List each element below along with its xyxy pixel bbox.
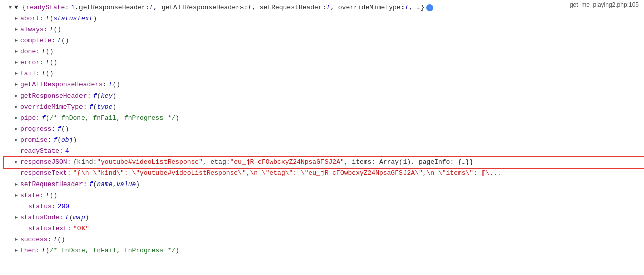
row-getAllResponseHeaders: getAllResponseHeaders: f () [4, 79, 644, 90]
tree-container: ▼ { readyState: 1, getResponseHeader: f,… [0, 0, 644, 256]
root-brace: ▼ { [14, 2, 26, 13]
row-status: status: 200 [4, 201, 644, 212]
error-toggle[interactable] [12, 57, 20, 68]
row-responseJSON: responseJSON: {kind: "youtube#videoListR… [4, 157, 644, 168]
row-error: error: f () [4, 57, 644, 68]
overrideMimeType-toggle[interactable] [12, 102, 20, 113]
pipe-toggle[interactable] [12, 113, 20, 124]
row-promise: promise: f ( obj ) [4, 135, 644, 146]
complete-toggle[interactable] [12, 35, 20, 46]
row-statusText: statusText: "OK" [4, 223, 644, 234]
setRequestHeader-toggle[interactable] [12, 179, 20, 190]
statusCode-toggle[interactable] [12, 212, 20, 223]
row-getResponseHeader: getResponseHeader: f ( key ) [4, 90, 644, 102]
row-always: always: f () [4, 24, 644, 35]
root-prop-readyState: readyState [26, 2, 65, 13]
info-icon[interactable]: i [426, 4, 433, 11]
abort-toggle[interactable] [12, 13, 20, 24]
row-done: done: f () [4, 46, 644, 57]
row-fail: fail: f () [4, 68, 644, 79]
responseJSON-toggle[interactable] [12, 157, 20, 168]
row-abort: abort: f ( statusText ) [4, 13, 644, 24]
row-setRequestHeader: setRequestHeader: f ( name, value ) [4, 179, 644, 190]
console-panel: get_me_playing2.php:105 ▼ { readyState: … [0, 0, 644, 275]
done-toggle[interactable] [12, 46, 20, 57]
row-success: success: f () [4, 234, 644, 245]
row-then: then: f ( /* fnDone, fnFail, fnProgress … [4, 245, 644, 256]
root-toggle[interactable] [6, 2, 14, 13]
row-overrideMimeType: overrideMimeType: f ( type ) [4, 102, 644, 113]
row-statusCode: statusCode: f ( map ) [4, 212, 644, 223]
progress-toggle[interactable] [12, 124, 20, 135]
getResponseHeader-toggle[interactable] [12, 90, 20, 102]
promise-toggle[interactable] [12, 135, 20, 146]
state-toggle[interactable] [12, 190, 20, 201]
always-toggle[interactable] [12, 24, 20, 35]
fail-toggle[interactable] [12, 68, 20, 79]
row-pipe: pipe: f ( /* fnDone, fnFail, fnProgress … [4, 113, 644, 124]
getAllResponseHeaders-toggle[interactable] [12, 79, 20, 90]
success-toggle[interactable] [12, 234, 20, 245]
row-state: state: f () [4, 190, 644, 201]
row-responseText: responseText: "{\n \"kind\": \"youtube#v… [4, 168, 644, 179]
row-progress: progress: f () [4, 124, 644, 135]
row-readyState-val: readyState: 4 [4, 146, 644, 157]
then-toggle[interactable] [12, 245, 20, 256]
row-complete: complete: f () [4, 35, 644, 46]
root-row: ▼ { readyState: 1, getResponseHeader: f,… [4, 2, 644, 13]
